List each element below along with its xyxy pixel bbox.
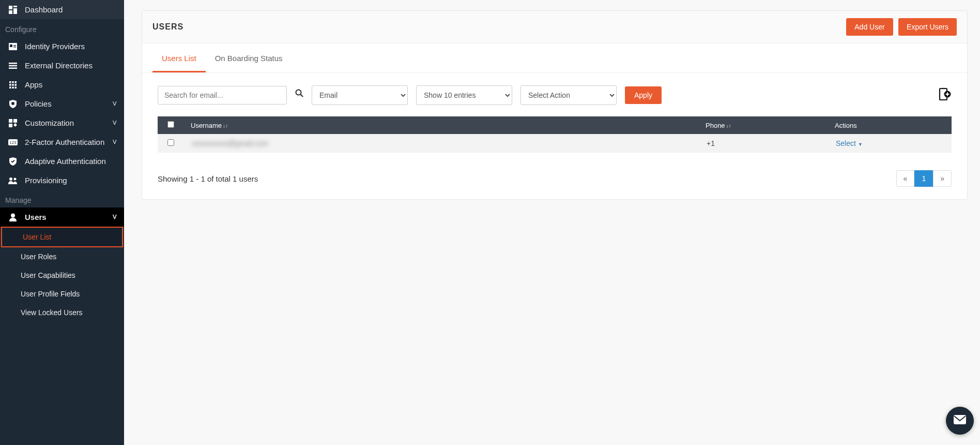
chevron-down-icon: ᐯ (113, 120, 117, 126)
row-action-select[interactable]: Select▼ (836, 139, 863, 147)
sidebar-item-label: Customization (25, 118, 74, 127)
row-checkbox[interactable] (167, 139, 174, 146)
sidebar-item-identity-providers[interactable]: Identity Providers (0, 37, 124, 56)
svg-rect-3 (9, 10, 12, 14)
filter-field-select[interactable]: Email (312, 85, 408, 105)
add-device-button[interactable] (938, 87, 952, 103)
puzzle-icon (7, 119, 19, 127)
sidebar-item-users[interactable]: Users ᐯ (0, 207, 124, 227)
svg-point-26 (9, 177, 12, 181)
chevron-down-icon: ᐯ (113, 100, 117, 107)
column-checkbox (158, 116, 183, 134)
sidebar: Dashboard Configure Identity Providers E… (0, 0, 124, 445)
svg-rect-0 (9, 6, 12, 9)
apply-button[interactable]: Apply (625, 86, 662, 104)
sidebar-item-external-directories[interactable]: External Directories (0, 56, 124, 75)
sidebar-sub-label: User Profile Fields (21, 290, 80, 298)
svg-point-28 (11, 213, 15, 217)
main-content: USERS Add User Export Users Users List O… (124, 0, 980, 445)
svg-rect-12 (12, 81, 14, 83)
number-icon: 123 (7, 139, 19, 145)
svg-rect-15 (12, 84, 14, 86)
search-input[interactable] (158, 86, 287, 105)
sidebar-sub-user-capabilities[interactable]: User Capabilities (0, 266, 124, 285)
list-icon (7, 63, 19, 69)
chevron-down-icon: ᐯ (113, 139, 117, 145)
search-button[interactable] (295, 89, 303, 101)
svg-line-30 (301, 95, 303, 97)
sidebar-item-label: Apps (25, 80, 42, 89)
cell-phone: +1 (698, 134, 828, 153)
chat-fab[interactable] (946, 407, 974, 435)
sidebar-sub-user-profile-fields[interactable]: User Profile Fields (0, 285, 124, 303)
pagination: « 1 » (896, 170, 952, 187)
sidebar-item-label: Policies (25, 99, 52, 108)
svg-rect-2 (13, 8, 17, 14)
shield-icon (7, 100, 19, 108)
mail-icon (953, 414, 967, 427)
svg-point-29 (296, 90, 301, 95)
select-all-checkbox[interactable] (167, 121, 174, 128)
svg-rect-5 (10, 44, 12, 47)
pagination-prev[interactable]: « (896, 170, 915, 187)
tab-onboarding-status[interactable]: On Boarding Status (206, 46, 292, 72)
header-actions: Add User Export Users (843, 18, 957, 36)
table-row: xxxxxxxxxx@gmail.com +1 Select▼ (158, 134, 952, 153)
sidebar-item-label: Provisioning (25, 176, 67, 185)
sidebar-sub-label: User Capabilities (21, 271, 75, 279)
sidebar-item-adaptive-auth[interactable]: Adaptive Authentication (0, 152, 124, 171)
sidebar-sub-label: User List (23, 233, 51, 241)
entries-select[interactable]: Show 10 entries (416, 85, 512, 105)
sidebar-sub-view-locked-users[interactable]: View Locked Users (0, 303, 124, 322)
add-user-button[interactable]: Add User (846, 18, 893, 36)
sidebar-item-label: Dashboard (25, 5, 63, 14)
svg-rect-22 (13, 119, 17, 123)
sidebar-item-label: Users (25, 213, 47, 221)
sidebar-section-configure: Configure (0, 19, 124, 37)
cell-username: xxxxxxxxxx@gmail.com (183, 134, 698, 153)
column-phone[interactable]: Phone↓↑ (698, 116, 828, 134)
check-shield-icon (7, 157, 19, 166)
sidebar-section-manage: Manage (0, 190, 124, 207)
svg-rect-14 (9, 84, 11, 86)
sidebar-item-2fa[interactable]: 123 2-Factor Authentication ᐯ (0, 132, 124, 152)
users-table: Username↓↑ Phone↓↑ Actions (158, 116, 952, 153)
export-users-button[interactable]: Export Users (898, 18, 957, 36)
svg-rect-13 (15, 81, 17, 83)
sidebar-item-policies[interactable]: Policies ᐯ (0, 94, 124, 113)
caret-down-icon: ▼ (858, 142, 863, 147)
chevron-down-icon: ᐯ (113, 214, 117, 220)
svg-rect-18 (12, 86, 14, 88)
column-username[interactable]: Username↓↑ (183, 116, 698, 134)
svg-rect-16 (15, 84, 17, 86)
sidebar-item-provisioning[interactable]: Provisioning (0, 171, 124, 190)
sidebar-item-dashboard[interactable]: Dashboard (0, 0, 124, 19)
table-footer: Showing 1 - 1 of total 1 users « 1 » (142, 163, 967, 199)
svg-point-27 (14, 177, 17, 180)
grid-icon (7, 81, 19, 88)
svg-rect-33 (954, 415, 966, 424)
svg-rect-11 (9, 81, 11, 83)
svg-point-20 (11, 102, 14, 105)
tab-users-list[interactable]: Users List (152, 46, 206, 72)
svg-rect-9 (9, 65, 17, 66)
result-count-text: Showing 1 - 1 of total 1 users (158, 174, 258, 183)
sidebar-item-label: Identity Providers (25, 42, 85, 51)
svg-rect-23 (9, 124, 12, 127)
sidebar-sub-user-roles[interactable]: User Roles (0, 247, 124, 266)
pagination-next[interactable]: » (933, 170, 952, 187)
pagination-page-1[interactable]: 1 (914, 170, 933, 187)
svg-rect-19 (15, 86, 17, 88)
sidebar-sub-user-list[interactable]: User List (1, 227, 123, 247)
sidebar-item-label: 2-Factor Authentication (25, 138, 104, 146)
sidebar-item-customization[interactable]: Customization ᐯ (0, 113, 124, 132)
sidebar-sub-label: View Locked Users (21, 308, 83, 317)
sidebar-item-label: External Directories (25, 61, 93, 70)
cell-actions: Select▼ (828, 134, 952, 153)
svg-rect-21 (9, 119, 12, 123)
column-actions: Actions (828, 116, 952, 134)
sidebar-item-apps[interactable]: Apps (0, 75, 124, 94)
svg-text:123: 123 (9, 140, 17, 145)
action-select[interactable]: Select Action (520, 85, 617, 105)
dashboard-icon (7, 6, 19, 14)
